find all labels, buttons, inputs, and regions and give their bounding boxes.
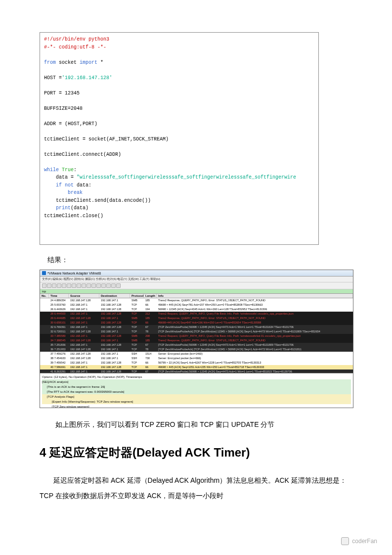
port-line: PORT = 12345: [44, 91, 80, 96]
code-shebang: #!/usr/bin/env python3: [44, 37, 109, 42]
col-info: Info: [157, 294, 353, 298]
star: *: [97, 60, 103, 65]
packet-row[interactable]: 34 7.388545192.168.147.128192.168.147.1S…: [40, 338, 353, 343]
wireshark-filter-input[interactable]: tcp: [40, 289, 353, 294]
wireshark-title-text: *VMware Network Adapter VMnet8: [47, 272, 101, 275]
packet-row[interactable]: 33 7.385589192.168.147.1192.168.147.128S…: [40, 334, 353, 338]
packet-row[interactable]: 35 7.251836192.168.147.1192.168.147.128T…: [40, 343, 353, 347]
figure-caption: 如上图所示，我们可以看到 TCP ZERO 窗口和 TCP 窗口 UPDATE …: [55, 419, 352, 430]
col-time: Time: [49, 294, 69, 298]
col-dest: Destination: [99, 294, 130, 298]
section-heading: 4 延迟应答定时器(Delayed ACK Timer): [40, 445, 352, 461]
connect-line: tctimeClient.connect(ADDR): [44, 152, 121, 157]
wireshark-packet-list[interactable]: 24 4.889354192.168.147.128192.168.147.1S…: [40, 298, 353, 373]
kw-print: print: [44, 205, 71, 211]
colon: :: [74, 167, 77, 173]
kw-from: from: [44, 60, 56, 65]
wireshark-app-icon: [42, 271, 46, 275]
packet-row[interactable]: 32 6.720011192.168.147.128192.168.147.1T…: [40, 329, 353, 334]
packet-row[interactable]: 39 7.459542192.168.147.1192.168.147.128T…: [40, 361, 353, 365]
wireshark-column-header[interactable]: No. Time Source Destination Protocol Len…: [40, 294, 353, 298]
watermark: coderFan: [341, 537, 377, 545]
host-value: '192.168.147.128': [62, 75, 112, 81]
packet-row[interactable]: 37 7.459276192.168.147.128192.168.147.1S…: [40, 352, 353, 356]
addr-line: ADDR = (HOST,PORT): [44, 121, 97, 127]
detail-rtt: [The RTT to ACK the segment was: 0.00039…: [42, 389, 351, 394]
detail-ackframe: [This is an ACK to the segment in frame:…: [42, 384, 351, 389]
watermark-text: coderFan: [352, 538, 377, 545]
detail-flags: [TCP Analysis Flags]: [42, 394, 351, 399]
detail-seqack: [SEQ/ACK analysis]: [42, 379, 351, 384]
wireshark-menubar[interactable]: 文件(F) 编辑(E) 视图(V) 跳转(G) 捕获(C) 分析(A) 统计(S…: [40, 277, 353, 282]
packet-row[interactable]: 25 5.003760192.168.147.1192.168.147.128T…: [40, 303, 353, 307]
code-coding: #-*- coding:utf-8 -*-: [44, 45, 106, 50]
packet-row[interactable]: 24 4.889354192.168.147.128192.168.147.1S…: [40, 298, 353, 303]
wireshark-detail-pane[interactable]: Options: (12 bytes), No-Operation (NOP),…: [40, 373, 353, 408]
kw-import: import: [80, 60, 97, 65]
print-arg: (data): [71, 205, 88, 211]
wireshark-window: *VMware Network Adapter VMnet8 文件(F) 编辑(…: [40, 270, 353, 408]
col-no: No.: [40, 294, 49, 298]
mod-socket: socket: [56, 60, 80, 65]
data-string: "wirelesssafe_softfingerwirelesssafe_sof…: [77, 175, 296, 180]
packet-row[interactable]: 38 7.454633192.168.147.128192.168.147.1S…: [40, 356, 353, 361]
kw-while: while: [44, 167, 59, 173]
col-source: Source: [69, 294, 99, 298]
kw-break: break: [44, 190, 83, 195]
result-label: 结果：: [47, 256, 352, 265]
detail-expert: [Expert Info (Warning/Sequence): TCP Zer…: [42, 399, 351, 404]
body-paragraph: 延迟应答定时器和 ACK 延滞（Delayed ACK Algorithm）算法…: [40, 473, 352, 504]
col-len: Length: [144, 294, 157, 298]
wechat-icon: [341, 537, 349, 545]
col-proto: Protocol: [130, 294, 144, 298]
packet-row[interactable]: 32 6.769391192.168.147.1192.168.147.128T…: [40, 325, 353, 329]
packet-row[interactable]: 30 6.658101192.168.147.1192.168.147.128T…: [40, 321, 353, 325]
packet-row[interactable]: 36 7.251953192.168.147.128192.168.147.1T…: [40, 347, 353, 352]
wireshark-toolbar[interactable]: [40, 282, 353, 289]
packet-row[interactable]: 41 8.263291192.168.147.1192.168.147.128T…: [40, 370, 353, 373]
host-label: HOST =: [44, 75, 62, 81]
kw-true: True: [59, 167, 74, 173]
document-page: #!/usr/bin/env python3 #-*- coding:utf-8…: [0, 0, 392, 504]
detail-zero: [TCP Zero window segment]: [42, 404, 351, 408]
packet-row[interactable]: 40 7.586691192.168.147.1192.168.147.128T…: [40, 365, 353, 370]
buff-line: BUFFSIZE=2048: [44, 106, 83, 111]
close-line: tctimeClient.close(): [44, 213, 103, 219]
wireshark-titlebar: *VMware Network Adapter VMnet8: [40, 270, 353, 277]
client-line: tctimeClient = socket(AF_INET,SOCK_STREA…: [44, 137, 169, 142]
detail-options: Options: (12 bytes), No-Operation (NOP),…: [42, 374, 351, 379]
packet-row[interactable]: 29 6.444685192.168.147.128192.168.147.1S…: [40, 316, 353, 321]
data-var: data:: [74, 183, 91, 188]
data-lbl: data =: [44, 175, 77, 180]
python-code-block: #!/usr/bin/env python3 #-*- coding:utf-8…: [40, 32, 319, 245]
kw-ifnot: if not: [44, 183, 74, 188]
packet-row[interactable]: 26 6.443629192.168.147.1192.168.147.128T…: [40, 307, 353, 312]
send-line: tctimeClient.send(data.encode()): [44, 198, 151, 203]
packet-row[interactable]: 28 6.444500192.168.147.1192.168.147.128T…: [40, 312, 353, 316]
